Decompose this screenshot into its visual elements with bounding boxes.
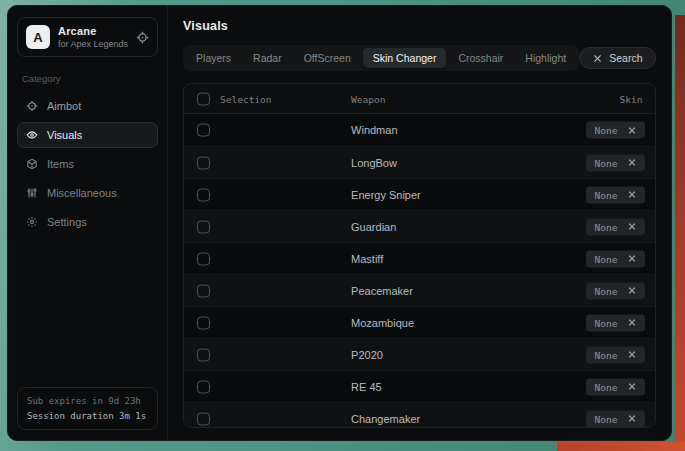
sidebar-item-visuals[interactable]: Visuals [17, 122, 158, 148]
main-panel: Visuals Players Radar OffScreen Skin Cha… [168, 6, 671, 440]
table-row: P2020 None [184, 338, 655, 370]
clear-skin-icon[interactable] [628, 383, 636, 391]
skin-value: None [595, 285, 618, 296]
search-button[interactable]: Search [579, 47, 656, 69]
skin-badge[interactable]: None [586, 314, 646, 331]
target-icon[interactable] [136, 31, 149, 44]
clear-skin-icon[interactable] [628, 223, 636, 231]
sidebar-item-settings[interactable]: Settings [17, 209, 158, 235]
row-checkbox[interactable] [197, 380, 210, 393]
desktop-background: A Arcane for Apex Legends Category Aimbo… [0, 0, 685, 451]
sub-expiry-text: Sub expires in 9d 23h [27, 396, 148, 406]
desktop-red-strip-bottom [557, 442, 685, 451]
clear-skin-icon[interactable] [628, 255, 636, 263]
clear-skin-icon[interactable] [628, 415, 636, 423]
clear-skin-icon[interactable] [628, 287, 636, 295]
table-row: Mozambique None [184, 306, 655, 338]
row-checkbox[interactable] [197, 348, 210, 361]
table-row: Windman None [184, 114, 655, 146]
skin-changer-table: Selection Weapon Skin Windman None LongB… [183, 83, 656, 428]
row-checkbox[interactable] [197, 284, 210, 297]
row-checkbox[interactable] [197, 156, 210, 169]
sliders-icon [26, 187, 38, 199]
search-icon [593, 54, 602, 63]
select-all-checkbox[interactable] [197, 92, 210, 105]
sidebar-item-aimbot[interactable]: Aimbot [17, 93, 158, 119]
tab-players[interactable]: Players [186, 48, 241, 68]
sidebar-item-label: Visuals [47, 129, 82, 141]
column-header-skin: Skin [620, 93, 643, 104]
weapon-name: Guardian [351, 221, 396, 233]
tabs-bar: Players Radar OffScreen Skin Changer Cro… [183, 45, 579, 71]
subscription-card: Sub expires in 9d 23h Session duration 3… [17, 387, 158, 430]
skin-value: None [595, 125, 618, 136]
clear-skin-icon[interactable] [628, 126, 636, 134]
tab-crosshair[interactable]: Crosshair [448, 48, 513, 68]
skin-badge[interactable]: None [586, 122, 646, 139]
tab-offscreen[interactable]: OffScreen [294, 48, 361, 68]
skin-badge[interactable]: None [586, 346, 646, 363]
skin-badge[interactable]: None [586, 282, 646, 299]
skin-badge[interactable]: None [586, 378, 646, 395]
row-checkbox[interactable] [197, 124, 210, 137]
row-checkbox[interactable] [197, 220, 210, 233]
sidebar-item-label: Settings [47, 216, 87, 228]
skin-badge[interactable]: None [586, 218, 646, 235]
clear-skin-icon[interactable] [628, 191, 636, 199]
table-row: Energy Sniper None [184, 178, 655, 210]
brand-card: A Arcane for Apex Legends [17, 17, 158, 57]
skin-value: None [595, 413, 618, 424]
table-row: RE 45 None [184, 370, 655, 402]
session-duration-text: Session duration 3m 1s [27, 411, 148, 421]
weapon-name: RE 45 [351, 381, 382, 393]
eye-icon [26, 129, 38, 141]
skin-value: None [595, 253, 618, 264]
tab-highlight[interactable]: Highlight [515, 48, 576, 68]
sidebar-item-label: Miscellaneous [47, 187, 117, 199]
app-subtitle: for Apex Legends [58, 39, 128, 49]
skin-badge[interactable]: None [586, 250, 646, 267]
tab-skin-changer[interactable]: Skin Changer [363, 48, 447, 68]
search-button-label: Search [609, 52, 642, 64]
toolbar: Players Radar OffScreen Skin Changer Cro… [183, 45, 656, 71]
crosshair-icon [26, 100, 38, 112]
table-header: Selection Weapon Skin [184, 84, 655, 114]
table-body: Windman None LongBow None Energy Sniper … [184, 114, 655, 428]
sidebar-item-items[interactable]: Items [17, 151, 158, 177]
sidebar: A Arcane for Apex Legends Category Aimbo… [8, 6, 168, 440]
table-row: Changemaker None [184, 402, 655, 428]
column-header-weapon: Weapon [351, 93, 385, 104]
row-checkbox[interactable] [197, 412, 210, 425]
category-label: Category [22, 73, 153, 84]
skin-badge[interactable]: None [586, 154, 646, 171]
table-row: Mastiff None [184, 242, 655, 274]
skin-value: None [595, 349, 618, 360]
weapon-name: Windman [351, 124, 397, 136]
sidebar-item-miscellaneous[interactable]: Miscellaneous [17, 180, 158, 206]
weapon-name: Peacemaker [351, 285, 413, 297]
row-checkbox[interactable] [197, 316, 210, 329]
skin-value: None [595, 317, 618, 328]
tab-radar[interactable]: Radar [243, 48, 292, 68]
clear-skin-icon[interactable] [628, 319, 636, 327]
row-checkbox[interactable] [197, 188, 210, 201]
sidebar-item-label: Aimbot [47, 100, 81, 112]
row-checkbox[interactable] [197, 252, 210, 265]
weapon-name: LongBow [351, 157, 397, 169]
weapon-name: Mastiff [351, 253, 383, 265]
cube-icon [26, 158, 38, 170]
weapon-name: P2020 [351, 349, 383, 361]
skin-value: None [595, 221, 618, 232]
skin-badge[interactable]: None [586, 410, 646, 427]
gear-icon [26, 216, 38, 228]
skin-value: None [595, 381, 618, 392]
app-window: A Arcane for Apex Legends Category Aimbo… [7, 5, 672, 441]
weapon-name: Mozambique [351, 317, 414, 329]
clear-skin-icon[interactable] [628, 159, 636, 167]
desktop-red-strip [675, 15, 685, 451]
table-row: Guardian None [184, 210, 655, 242]
clear-skin-icon[interactable] [628, 351, 636, 359]
sidebar-item-label: Items [47, 158, 74, 170]
skin-badge[interactable]: None [586, 186, 646, 203]
skin-value: None [595, 189, 618, 200]
